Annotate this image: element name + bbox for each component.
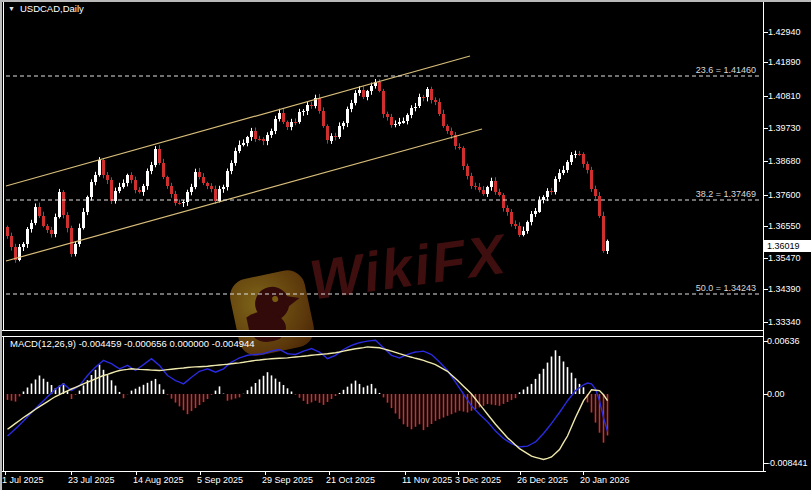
candle-body xyxy=(62,192,65,215)
candle-body xyxy=(450,131,453,136)
candle-body xyxy=(246,137,249,143)
fib-level-label: 50.0 = 1.34243 xyxy=(696,283,756,293)
time-axis-tick xyxy=(405,471,406,475)
candle-body xyxy=(274,119,277,131)
candle-body xyxy=(250,131,253,138)
candle-body xyxy=(306,105,309,112)
candle-body xyxy=(6,227,9,236)
time-axis-label: 11 Nov 2025 xyxy=(402,475,452,485)
candle-body xyxy=(194,172,197,187)
candle-body xyxy=(506,208,509,212)
candle-body xyxy=(186,192,189,202)
candle-body xyxy=(10,236,13,248)
candle-body xyxy=(290,122,293,127)
candle-body xyxy=(430,89,433,100)
time-axis-label: 5 Sep 2025 xyxy=(197,475,243,485)
time-axis-label: 14 Aug 2025 xyxy=(133,475,184,485)
candle-body xyxy=(514,224,517,227)
macd-axis-tick xyxy=(763,341,768,342)
price-axis-tick xyxy=(763,128,768,129)
channel-line-lower[interactable] xyxy=(6,129,482,261)
candle-body xyxy=(546,191,549,198)
price-axis-tick xyxy=(763,161,768,162)
candle-body xyxy=(146,171,149,186)
price-axis-label: 1.41890 xyxy=(768,57,801,67)
candle-body xyxy=(82,212,85,228)
time-axis-label: 21 Oct 2025 xyxy=(326,475,375,485)
candle-body xyxy=(502,195,505,208)
price-chart-pane[interactable]: 23.6 = 1.4146038.2 = 1.3746950.0 = 1.342… xyxy=(4,12,764,332)
candle-body xyxy=(230,163,233,171)
candle-body xyxy=(114,191,117,201)
candle-body xyxy=(206,183,209,186)
candle-body xyxy=(334,136,337,137)
candle-body xyxy=(442,114,445,126)
candle-body xyxy=(342,123,345,125)
candle-body xyxy=(242,143,245,144)
price-axis-label: 1.33340 xyxy=(768,317,801,327)
candle-body xyxy=(354,93,357,102)
candle-body xyxy=(370,86,373,92)
candle-body xyxy=(110,180,113,201)
candle-body xyxy=(362,90,365,97)
candle-body xyxy=(94,175,97,182)
candle-body xyxy=(550,191,553,192)
candle-body xyxy=(30,223,33,230)
candle-body xyxy=(490,181,493,188)
fib-level-label: 38.2 = 1.37469 xyxy=(696,189,756,199)
candle-body xyxy=(122,183,125,187)
time-axis-tick xyxy=(71,471,72,475)
candle-body xyxy=(270,131,273,134)
candle-body xyxy=(582,154,585,164)
time-axis-tick xyxy=(520,471,521,475)
candle-body xyxy=(102,160,105,174)
chart-frame-left xyxy=(3,2,4,471)
candle-body xyxy=(470,176,473,186)
candle-body xyxy=(326,126,329,141)
pane-separator[interactable] xyxy=(0,330,763,337)
macd-indicator-pane[interactable] xyxy=(4,335,764,471)
candle-body xyxy=(382,91,385,114)
candle-body xyxy=(594,189,597,196)
candle-body xyxy=(522,231,525,235)
price-axis-tick xyxy=(763,195,768,196)
price-axis-label: 1.36550 xyxy=(768,221,801,231)
window-border-top xyxy=(0,0,811,2)
candle-body xyxy=(118,187,121,191)
macd-axis-label: -0.008441 xyxy=(767,458,808,468)
candle-body xyxy=(262,139,265,141)
candle-body xyxy=(518,226,521,234)
candle-body xyxy=(134,180,137,190)
time-axis-label: 20 Jan 2026 xyxy=(580,475,630,485)
candle-body xyxy=(398,122,401,124)
time-axis-tick xyxy=(265,471,266,475)
candle-body xyxy=(534,211,537,214)
candle-body xyxy=(58,192,61,217)
candle-body xyxy=(458,147,461,149)
candle-body xyxy=(210,186,213,189)
price-axis-label: 1.42940 xyxy=(768,27,801,37)
price-axis-tick xyxy=(763,62,768,63)
price-axis-label: 1.34390 xyxy=(768,284,801,294)
candle-body xyxy=(174,194,177,202)
candle-body xyxy=(78,228,81,245)
time-axis-tick xyxy=(458,471,459,475)
price-axis-label: 1.39730 xyxy=(768,123,801,133)
candle-body xyxy=(22,244,25,247)
price-axis-label: 1.38680 xyxy=(768,156,801,166)
candle-body xyxy=(418,97,421,107)
time-axis-separator xyxy=(0,471,766,472)
candle-body xyxy=(366,91,369,97)
macd-axis-tick xyxy=(763,394,768,395)
candle-body xyxy=(466,166,469,175)
candle-body xyxy=(558,173,561,179)
candle-body xyxy=(586,164,589,170)
candle-body xyxy=(234,151,237,163)
candle-body xyxy=(446,126,449,131)
macd-values-label: MACD(12,26,9) -0.004459 -0.000656 0.0000… xyxy=(10,338,255,349)
chevron-down-icon[interactable]: ▼ xyxy=(8,4,15,13)
candle-body xyxy=(562,170,565,174)
candle-body xyxy=(598,196,601,216)
candle-body xyxy=(318,98,321,111)
candle-body xyxy=(130,175,133,180)
